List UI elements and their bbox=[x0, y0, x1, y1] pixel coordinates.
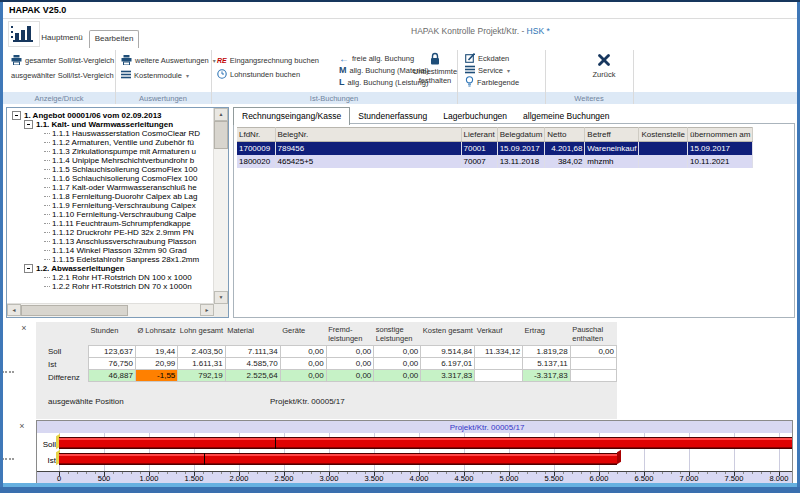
collapse-icon[interactable] bbox=[24, 264, 33, 273]
tree-item[interactable]: 1.2.1 Rohr HT-Rotstrich DN 100 x 1000 bbox=[10, 273, 212, 282]
service-button[interactable]: Service ▾ bbox=[465, 65, 510, 76]
col-netto[interactable]: Netto bbox=[545, 128, 585, 142]
chart-category-ist: Ist bbox=[37, 456, 56, 465]
col-sonstige-leistungen: sonstige Leistungen bbox=[374, 324, 421, 346]
summary-row-ist: 76,750 20,99 1.611,31 4.585,70 0,00 0,00… bbox=[89, 358, 617, 370]
unbestimmte-festhalten-button[interactable]: Unbestimmte festhalten bbox=[407, 52, 463, 85]
tree-item[interactable]: 1.1.14 Winkel Plasson 32mm 90 Grad bbox=[10, 246, 212, 255]
tree-item[interactable]: 1.1.1 Hauswasserstation CosmoClear RD bbox=[10, 129, 212, 138]
close-summary-panel-button[interactable]: × bbox=[19, 324, 29, 334]
tree-item[interactable]: 1.1.7 Kalt-oder Warmwasseranschluß he bbox=[10, 183, 212, 192]
gesamter-soll-ist-vergleich-button[interactable]: gesamter Soll/Ist-Vergleich bbox=[11, 55, 114, 66]
col-pauschal-enthalten: Pauschal enthalten bbox=[570, 324, 616, 346]
selected-position-value: Projekt/Ktr. 00005/17 bbox=[270, 397, 345, 406]
soll-segment-divider bbox=[275, 437, 276, 449]
eingangsrechnung-buchen-button[interactable]: RE Eingangsrechnung buchen bbox=[217, 55, 319, 66]
col-ertrag: Ertrag bbox=[523, 324, 571, 346]
tree-item[interactable]: 1.1.15 Edelstahlrohr Sanpress 28x1.2mm bbox=[10, 255, 212, 264]
tree-item[interactable]: 1.1.10 Fernleitung-Verschraubung Calpe bbox=[10, 210, 212, 219]
tree-item[interactable]: 1.1.13 Anschlussverschraubung Plasson bbox=[10, 237, 212, 246]
group-label-anzeige-druck: Anzeige/Druck bbox=[3, 93, 115, 104]
col-uebernommen-am[interactable]: übernommen am bbox=[688, 128, 753, 142]
ist-bar-3d-end bbox=[617, 450, 621, 464]
farblegende-button[interactable]: Farblegende bbox=[465, 77, 519, 88]
tree-item[interactable]: 1. Angebot 00001/06 vom 02.09.2013 bbox=[10, 111, 212, 120]
dropdown-icon: ▾ bbox=[186, 72, 189, 79]
col-fremdleistungen: Fremd- leistungen bbox=[326, 324, 374, 346]
scroll-thumb[interactable] bbox=[21, 305, 128, 316]
tree-item[interactable]: 1.2.2 Rohr HT-Rotstrich DN 70 x 1000n bbox=[10, 282, 212, 291]
printer-icon bbox=[121, 55, 132, 67]
tree-vertical-scrollbar[interactable]: ▲ ▼ bbox=[213, 108, 228, 304]
app-window: HAPAK V25.0 Hauptmenü Bearbeiten HAPAK K… bbox=[0, 0, 800, 493]
x-tick-label: 0 bbox=[39, 474, 79, 483]
col-belegnr[interactable]: BelegNr. bbox=[275, 128, 461, 142]
ausgewaehlter-soll-ist-vergleich-button[interactable]: ausgewählter Soll/Ist-Vergleich bbox=[11, 70, 114, 81]
scroll-up-button[interactable]: ▲ bbox=[214, 108, 228, 121]
tree-item[interactable]: 1.1.2 Armaturen, Ventile und Zubehör fü bbox=[10, 138, 212, 147]
col-lieferant[interactable]: Lieferant bbox=[461, 128, 497, 142]
x-tick-label: 2.500 bbox=[264, 474, 304, 483]
summary-splitter-handle[interactable] bbox=[2, 371, 14, 373]
dropdown-icon: ▾ bbox=[213, 57, 216, 64]
x-tick-label: 8.000 bbox=[759, 474, 799, 483]
tab-stundenerfassung[interactable]: Stundenerfassung bbox=[350, 108, 435, 124]
window-border-top bbox=[0, 0, 800, 2]
col-kostenstelle[interactable]: Kostenstelle bbox=[639, 128, 688, 142]
menu-lines-icon bbox=[465, 65, 475, 76]
x-tick-label: 6.000 bbox=[579, 474, 619, 483]
col-belegdatum[interactable]: Belegdatum bbox=[497, 128, 545, 142]
tree-item[interactable]: 1.2. Abwasserleitungen bbox=[10, 264, 212, 273]
ribbon-tab-hauptmenu[interactable]: Hauptmenü bbox=[37, 30, 87, 46]
tab-allgemeine-buchungen[interactable]: allgemeine Buchungen bbox=[515, 108, 617, 124]
x-tick-label: 3.000 bbox=[309, 474, 349, 483]
x-tick-label: 1.500 bbox=[174, 474, 214, 483]
lohnstunden-buchen-button[interactable]: Lohnstunden buchen bbox=[217, 69, 300, 80]
scroll-right-button[interactable]: ► bbox=[200, 304, 214, 316]
summary-header-row: Stunden Ø Lohnsatz Lohn gesamt Material … bbox=[89, 324, 617, 346]
project-tree-panel: 1. Angebot 00001/06 vom 02.09.2013 1.1. … bbox=[6, 107, 229, 318]
collapse-icon[interactable] bbox=[12, 111, 21, 120]
scroll-thumb[interactable] bbox=[214, 121, 228, 149]
table-header-row: LfdNr. BelegNr. Lieferant Belegdatum Net… bbox=[237, 128, 753, 142]
tree-item[interactable]: 1.1.12 Druckrohr PE-HD 32x 2.9mm PN bbox=[10, 228, 212, 237]
ribbon-tab-bearbeiten[interactable]: Bearbeiten bbox=[89, 30, 139, 48]
tree-item[interactable]: 1.1.3 Zirkulationspumpe mit Armaturen u bbox=[10, 147, 212, 156]
weitere-auswertungen-button[interactable]: weitere Auswertungen ▾ bbox=[121, 55, 216, 66]
chart-splitter-handle[interactable] bbox=[2, 458, 14, 460]
x-tick-label: 5.000 bbox=[489, 474, 529, 483]
tree-item[interactable]: 1.1. Kalt- und Warmwasserleitungen bbox=[10, 120, 212, 129]
tree-item[interactable]: 1.1.9 Fernleitung-Verschraubung Calpex bbox=[10, 201, 212, 210]
col-betreff[interactable]: Betreff bbox=[585, 128, 639, 142]
close-chart-panel-button[interactable]: × bbox=[17, 422, 27, 432]
tab-lagerbuchungen[interactable]: Lagerbuchungen bbox=[435, 108, 515, 124]
collapse-icon[interactable] bbox=[24, 120, 33, 129]
ribbon: gesamter Soll/Ist-Vergleich ausgewählter… bbox=[3, 47, 797, 104]
tree-item[interactable]: 1.1.11 Feuchtraum-Schrumpfendkappe bbox=[10, 219, 212, 228]
scroll-down-button[interactable]: ▼ bbox=[214, 291, 228, 304]
tree-item[interactable]: 1.1.5 Schlauchisolierung CosmoFlex 100 bbox=[10, 165, 212, 174]
freie-allg-buchung-button[interactable]: ← freie allg. Buchung bbox=[339, 53, 414, 64]
scroll-left-button[interactable]: ◄ bbox=[7, 304, 21, 316]
eckdaten-button[interactable]: Eckdaten bbox=[465, 53, 509, 64]
left-arrow-icon: ← bbox=[339, 54, 349, 63]
group-separator bbox=[633, 50, 634, 104]
col-lfdnr[interactable]: LfdNr. bbox=[237, 128, 275, 142]
dropdown-icon: ▾ bbox=[507, 67, 510, 74]
zurueck-button[interactable]: Zurück bbox=[581, 53, 627, 80]
tree-item[interactable]: 1.1.6 Schlauchisolierung CosmoFlex 100 bbox=[10, 174, 212, 183]
tree-item[interactable]: 1.1.8 Fernleitung-Duorohr Calpex ab Lag bbox=[10, 192, 212, 201]
x-tick-label: 2.000 bbox=[219, 474, 259, 483]
tree-horizontal-scrollbar[interactable]: ◄ ► bbox=[7, 303, 214, 317]
scrollbar-corner bbox=[214, 304, 228, 317]
soll-ist-summary-panel: Soll Ist Differenz Stunden Ø Lohnsatz Lo… bbox=[36, 322, 617, 419]
summary-table: Stunden Ø Lohnsatz Lohn gesamt Material … bbox=[88, 324, 617, 382]
table-row[interactable]: 1800020 465425+5 70007 13.11.2018 384,02… bbox=[237, 155, 753, 168]
table-row[interactable]: 1700009 789456 70001 15.09.2017 4.201,68… bbox=[237, 142, 753, 156]
warning-cell: -1,55 bbox=[135, 370, 177, 382]
tab-rechnungseingang-kasse[interactable]: Rechnungseingang/Kasse bbox=[233, 107, 350, 125]
app-menu-button[interactable] bbox=[8, 21, 40, 47]
kostenmodule-button[interactable]: Kostenmodule ▾ bbox=[121, 70, 189, 81]
group-label-auswertungen: Auswertungen bbox=[115, 93, 211, 104]
tree-item[interactable]: 1.1.4 Unipipe Mehrschichtverbundrohr b bbox=[10, 156, 212, 165]
